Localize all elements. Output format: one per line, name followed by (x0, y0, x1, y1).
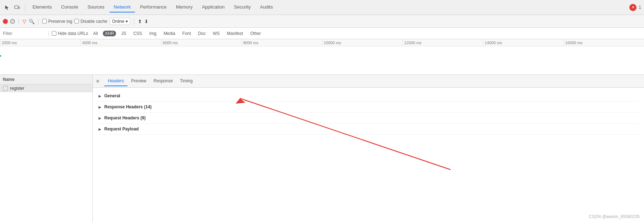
disable-cache-label: Disable cache (80, 19, 107, 24)
tick-12000: 12000 ms (403, 39, 483, 46)
section-general-label: General (104, 93, 120, 98)
type-doc[interactable]: Doc (196, 31, 208, 36)
name-column-header: Name (0, 75, 92, 84)
detail-tabs-bar: ✕ Headers Preview Response Timing (93, 75, 644, 88)
request-checkbox[interactable] (3, 86, 8, 91)
devtools-counter: 1 (639, 5, 641, 10)
tab-sources[interactable]: Sources (83, 2, 109, 12)
svg-rect-1 (19, 7, 20, 9)
preserve-log-checkbox[interactable] (42, 19, 47, 24)
record-button[interactable] (3, 19, 8, 24)
tab-preview[interactable]: Preview (127, 76, 150, 86)
filter-input[interactable] (3, 31, 46, 36)
tick-2000: 2000 ms (0, 39, 81, 46)
filter-divider (49, 31, 49, 36)
disable-cache-checkbox-label[interactable]: Disable cache (74, 19, 107, 24)
request-name: register (10, 86, 24, 91)
section-request-headers[interactable]: ▶ Request Headers (9) (99, 113, 638, 124)
type-media[interactable]: Media (161, 31, 177, 36)
type-img[interactable]: Img (147, 31, 159, 36)
section-request-payload-label: Request Payload (104, 127, 139, 131)
filter-icon[interactable]: ▽ (22, 19, 26, 24)
hide-data-urls-checkbox[interactable] (52, 31, 56, 36)
tab-timing[interactable]: Timing (176, 76, 196, 86)
device-toggle-icon[interactable] (13, 3, 21, 12)
network-toolbar: ⊘ ▽ 🔍 Preserve log Disable cache Online … (0, 15, 644, 28)
import-icon[interactable]: ⬆ (138, 19, 142, 24)
devtools-tabs-bar: Elements Console Sources Network Perform… (0, 0, 644, 15)
requests-panel: Name register (0, 75, 93, 222)
preserve-log-label: Preserve log (48, 19, 72, 24)
section-response-headers-label: Response Headers (14) (104, 104, 152, 109)
divider-2 (38, 18, 39, 25)
toolbar-icons-group (3, 3, 25, 12)
stop-button[interactable]: ⊘ (10, 19, 15, 24)
hide-data-urls-label[interactable]: Hide data URLs (52, 31, 88, 36)
disable-cache-checkbox[interactable] (74, 19, 79, 24)
throttle-select[interactable]: Online ▾ (110, 18, 131, 25)
cursor-icon[interactable] (3, 3, 11, 12)
close-devtools-button[interactable]: ✕ (629, 4, 637, 11)
section-response-headers[interactable]: ▶ Response Headers (14) (99, 102, 638, 113)
tab-application[interactable]: Application (198, 2, 229, 12)
tab-elements[interactable]: Elements (28, 2, 56, 12)
tab-memory[interactable]: Memory (172, 2, 197, 12)
timeline-ruler: 2000 ms 4000 ms 6000 ms 8000 ms 10000 ms… (0, 39, 644, 46)
tab-response[interactable]: Response (150, 76, 176, 86)
section-request-payload[interactable]: ▶ Request Payload (99, 124, 638, 135)
type-manifest[interactable]: Manifest (225, 31, 245, 36)
expand-request-headers-icon: ▶ (99, 116, 101, 120)
request-row[interactable]: register (0, 84, 92, 92)
tick-14000: 14000 ms (483, 39, 564, 46)
type-font[interactable]: Font (180, 31, 193, 36)
online-label: Online (112, 19, 125, 24)
section-general[interactable]: ▶ General (99, 91, 638, 102)
export-icon[interactable]: ⬇ (144, 19, 149, 24)
preserve-log-checkbox-label[interactable]: Preserve log (42, 19, 72, 24)
watermark: CSDN @weixin_65590235 (589, 214, 640, 219)
timeline-content (0, 46, 644, 75)
timeline-bar (0, 55, 1, 57)
type-ws[interactable]: WS (211, 31, 222, 36)
type-xhr[interactable]: XHR (103, 31, 116, 36)
type-js[interactable]: JS (119, 31, 128, 36)
section-request-headers-label: Request Headers (9) (104, 115, 146, 120)
tab-headers[interactable]: Headers (104, 76, 127, 86)
expand-request-payload-icon: ▶ (99, 127, 101, 131)
divider-3 (134, 18, 134, 25)
type-all[interactable]: All (91, 31, 100, 36)
svg-rect-0 (15, 6, 18, 9)
tab-security[interactable]: Security (230, 2, 255, 12)
tick-10000: 10000 ms (322, 39, 403, 46)
detail-panel: ✕ Headers Preview Response Timing ▶ Gene… (93, 75, 644, 222)
detail-content: ▶ General ▶ Response Headers (14) ▶ Requ… (93, 88, 644, 138)
filter-bar: Hide data URLs All XHR JS CSS Img Media … (0, 28, 644, 39)
main-area: Name register ✕ Headers Preview Response… (0, 75, 644, 222)
tick-4000: 4000 ms (81, 39, 161, 46)
expand-general-icon: ▶ (99, 94, 101, 98)
type-css[interactable]: CSS (131, 31, 144, 36)
tab-audits[interactable]: Audits (256, 2, 277, 12)
type-other[interactable]: Other (248, 31, 263, 36)
tab-network[interactable]: Network (110, 2, 135, 12)
divider-1 (19, 18, 19, 25)
tab-performance[interactable]: Performance (136, 2, 171, 12)
timeline-area: 2000 ms 4000 ms 6000 ms 8000 ms 10000 ms… (0, 39, 644, 75)
close-detail-button[interactable]: ✕ (96, 78, 100, 84)
search-icon[interactable]: 🔍 (29, 19, 35, 24)
tick-16000: 16000 ms (564, 39, 644, 46)
tick-6000: 6000 ms (161, 39, 242, 46)
hide-data-urls-text: Hide data URLs (58, 31, 88, 36)
tick-8000: 8000 ms (242, 39, 322, 46)
tab-console[interactable]: Console (57, 2, 82, 12)
chevron-down-icon: ▾ (126, 19, 128, 24)
expand-response-headers-icon: ▶ (99, 105, 101, 109)
